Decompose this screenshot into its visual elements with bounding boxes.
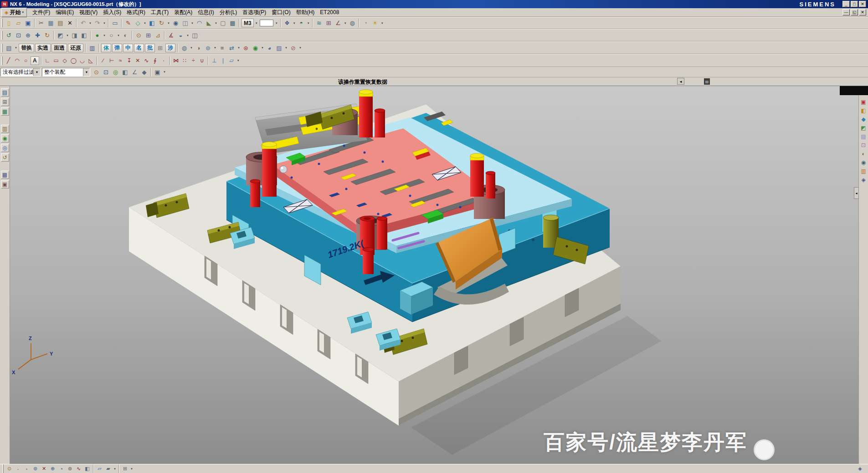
refresh-icon[interactable]: ↺	[4, 31, 14, 40]
chevron-down-icon[interactable]: ▼	[33, 68, 40, 76]
point-on-face-snap-icon[interactable]: ◧	[83, 465, 92, 473]
materials-palette-icon[interactable]: ▩	[1, 171, 9, 179]
batch-edit-button[interactable]: 批	[145, 44, 155, 52]
polygon-icon[interactable]: ◇	[61, 56, 69, 65]
intersection-curve-icon[interactable]: ✕	[134, 56, 142, 65]
menu-assemblies[interactable]: 装配(A)	[171, 8, 195, 17]
background-color-swatch[interactable]	[260, 20, 273, 26]
view-triad-icon[interactable]: ◆	[860, 115, 868, 123]
part-cleanup-icon[interactable]: ⊘	[288, 43, 298, 53]
close-button[interactable]: ✕	[859, 1, 866, 7]
dropdown-arrow-icon[interactable]: ▾	[213, 43, 217, 53]
selection-scope-dropdown[interactable]: 整个装配 ▼	[42, 68, 90, 76]
chamfer-curve-icon[interactable]: ◺	[87, 56, 95, 65]
pan-icon[interactable]: ✚	[33, 31, 42, 40]
highlight-icon[interactable]: ◎	[111, 67, 120, 77]
menu-edit[interactable]: 编辑(E)	[53, 8, 77, 17]
profile-icon[interactable]: ∟	[43, 56, 52, 65]
menu-view[interactable]: 视图(V)	[77, 8, 100, 17]
undo-icon[interactable]: ↶	[78, 18, 88, 28]
dropdown-arrow-icon[interactable]: ▾	[306, 18, 311, 28]
doc-close-button[interactable]: ✕	[859, 9, 866, 15]
move-object-icon[interactable]: ⇄	[227, 43, 236, 53]
snap-point-icon[interactable]: ⊙	[134, 31, 144, 40]
object-display-icon[interactable]: ◑	[194, 43, 203, 53]
light-icon[interactable]: ☀	[370, 18, 380, 28]
edge-blend-icon[interactable]: ◠	[195, 18, 204, 28]
mid-point-snap-icon[interactable]: ◦	[22, 465, 31, 473]
work-part-icon[interactable]: ▧	[4, 43, 14, 53]
selection-pref-icon[interactable]: ▣	[153, 67, 162, 77]
dropdown-arrow-icon[interactable]: ▾	[185, 31, 190, 40]
redo-icon[interactable]: ↷	[92, 18, 102, 28]
panel-options-icon[interactable]: ▥	[860, 167, 868, 175]
fillet-icon[interactable]: ◡	[78, 56, 87, 65]
dropdown-arrow-icon[interactable]: ▾	[102, 31, 107, 40]
mirror-curve-icon[interactable]: ⋈	[172, 56, 180, 65]
dropdown-arrow-icon[interactable]: ▾	[102, 18, 107, 28]
dropdown-arrow-icon[interactable]: ▾	[166, 18, 171, 28]
interpart-link-icon[interactable]: ⊞	[324, 18, 334, 28]
save-icon[interactable]: ▣	[23, 18, 33, 28]
line-icon[interactable]: ╱	[4, 56, 13, 65]
existing-point-snap-icon[interactable]: ⊛	[66, 465, 74, 473]
wave-link-button[interactable]: 涉	[165, 44, 175, 52]
filter-body-icon[interactable]: ◆	[139, 67, 149, 77]
dropdown-arrow-icon[interactable]: ▾	[189, 43, 194, 53]
zoom-icon[interactable]: ⊕	[23, 31, 33, 40]
shell-icon[interactable]: ▢	[218, 18, 228, 28]
render-style-icon[interactable]: ◓	[297, 18, 306, 28]
dropdown-arrow-icon[interactable]: ▾	[292, 18, 297, 28]
bounded-plane-icon[interactable]: ▱	[95, 465, 104, 473]
immersive-display-icon[interactable]: ⊚	[203, 43, 213, 53]
part-navigator-icon[interactable]: ▦	[1, 107, 9, 116]
full-screen-icon[interactable]: ⊡	[860, 141, 868, 149]
measure-icon[interactable]: ∠	[334, 18, 343, 28]
chevron-down-icon[interactable]: ▼	[83, 68, 90, 76]
assembly-sequence-icon[interactable]: ≋	[314, 18, 324, 28]
menu-tools[interactable]: 工具(T)	[148, 8, 171, 17]
select-all-icon[interactable]: ⊡	[101, 67, 111, 77]
rotate-view-icon[interactable]: ↻	[42, 31, 52, 40]
trimetric-view-icon[interactable]: ◩	[56, 31, 65, 40]
studio-render-icon[interactable]: ◐	[121, 31, 130, 40]
offset-curve-icon[interactable]: ≈	[116, 56, 125, 65]
snap-options-icon[interactable]: ⊛	[241, 43, 251, 53]
revolve-icon[interactable]: ↻	[157, 18, 166, 28]
resource-panel-header[interactable]	[840, 86, 868, 95]
maximize-button[interactable]: □	[851, 1, 858, 7]
visualization-pref-icon[interactable]: ▨	[274, 43, 284, 53]
doc-restore-button[interactable]: ◱	[851, 9, 858, 15]
control-point-snap-icon[interactable]: ⊚	[31, 465, 40, 473]
tool-palette-icon[interactable]: ⊞	[121, 465, 129, 473]
dropdown-arrow-icon[interactable]: ▾	[14, 43, 18, 53]
dropdown-arrow-icon[interactable]: ▾	[380, 18, 385, 28]
web-browser-icon[interactable]: ◎	[1, 144, 9, 152]
menu-analysis[interactable]: 分析(L)	[217, 8, 240, 17]
menu-information[interactable]: 信息(I)	[195, 8, 216, 17]
quick-extend-icon[interactable]: ⊢	[108, 56, 116, 65]
snap-point-toggle-icon[interactable]: ⊙	[92, 67, 101, 77]
filter-face-icon[interactable]: ◧	[120, 67, 130, 77]
ellipse-icon[interactable]: ◯	[69, 56, 78, 65]
menu-help[interactable]: 帮助(H)	[293, 8, 318, 17]
plane-icon[interactable]: ▱	[227, 56, 236, 65]
shaded-mode-icon[interactable]: ●	[92, 31, 102, 40]
center-display-button[interactable]: 中	[123, 44, 133, 52]
dropdown-arrow-icon[interactable]: ▾	[65, 31, 70, 40]
front-view-icon[interactable]: ◧	[79, 31, 89, 40]
chamfer-icon[interactable]: ◣	[204, 18, 214, 28]
sketch-icon[interactable]: ✎	[123, 18, 133, 28]
circle-icon[interactable]: ○	[21, 56, 30, 65]
measure-distance-icon[interactable]: ∡	[166, 31, 176, 40]
nav-cube-icon[interactable]: ◩	[860, 124, 868, 132]
window-list-icon[interactable]: ▤	[860, 132, 868, 140]
edit-display-icon[interactable]: ▥	[87, 43, 97, 53]
name-display-button[interactable]: 名	[134, 44, 144, 52]
section-view-icon[interactable]: ◒	[176, 31, 185, 40]
dropdown-arrow-icon[interactable]: ▾	[190, 18, 195, 28]
dropdown-arrow-icon[interactable]: ▾	[298, 43, 303, 53]
touch-mode-icon[interactable]: ▣	[860, 98, 868, 106]
panel-close-icon[interactable]: ◈	[860, 176, 868, 183]
view-mode-button[interactable]: M3	[241, 19, 254, 27]
